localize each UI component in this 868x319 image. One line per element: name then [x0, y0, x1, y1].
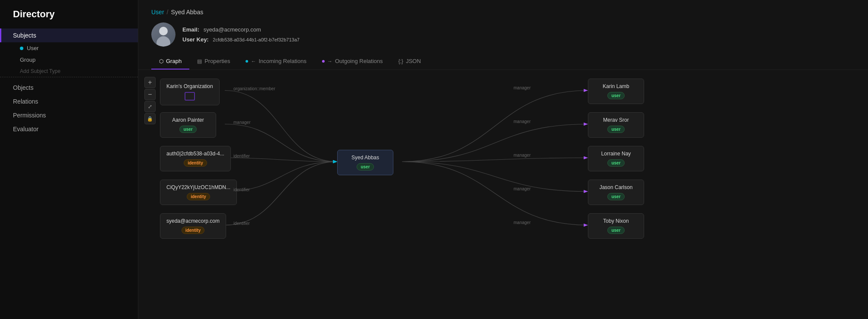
node-name-karins-org: Karin's Organization — [166, 83, 213, 89]
edge-label-out-0: manager — [514, 85, 530, 90]
node-name-toby-nixon: Toby Nixon — [594, 218, 638, 224]
node-name-auth0-id: auth0|2cfdb538-a03d-4... — [166, 151, 224, 157]
zoom-in-button[interactable]: + — [144, 77, 156, 88]
node-badge-aaron-painter: user — [179, 126, 196, 133]
properties-icon: ▤ — [197, 58, 202, 64]
zoom-lock-button[interactable]: 🔒 — [144, 113, 156, 124]
node-name-aaron-painter: Aaron Painter — [166, 117, 210, 123]
graph-node-syed-abbas[interactable]: Syed Abbasuser — [337, 150, 393, 175]
breadcrumb-separator: / — [167, 9, 169, 16]
sidebar-item-permissions[interactable]: Permissions — [0, 108, 138, 122]
tab-properties[interactable]: ▤ Properties — [189, 54, 238, 69]
graph-node-lorraine-nay[interactable]: Lorraine Nayuser — [588, 146, 644, 171]
node-name-merav-sror: Merav Sror — [594, 117, 638, 123]
node-badge-karin-lamb: user — [607, 92, 624, 99]
tab-outgoing-label: Outgoing Relations — [335, 58, 383, 64]
edge-label-in-4: identifier — [233, 221, 250, 226]
graph-node-toby-nixon[interactable]: Toby Nixonuser — [588, 213, 644, 239]
edge-label-in-0: organization::member — [233, 86, 275, 91]
sidebar-item-objects[interactable]: Objects — [0, 81, 138, 95]
email-value: syeda@acmecorp.com — [204, 26, 261, 33]
zoom-controls: + − ⤢ 🔒 — [144, 77, 156, 124]
user-email-row: Email: syeda@acmecorp.com — [182, 25, 300, 35]
sidebar-item-user[interactable]: User — [0, 42, 138, 54]
graph-node-ciqy-id[interactable]: CiQyY22kYjUzOC1hMDN...identity — [160, 180, 237, 205]
node-badge-lorraine-nay: user — [607, 159, 624, 167]
graph-node-karin-lamb[interactable]: Karin Lambuser — [588, 79, 644, 104]
sidebar-item-relations[interactable]: Relations — [0, 95, 138, 108]
node-name-syed-abbas: Syed Abbas — [344, 155, 387, 161]
tab-json[interactable]: {;} JSON — [391, 54, 429, 69]
graph-node-karins-org[interactable]: Karin's Organization — [160, 79, 220, 105]
node-name-jason-carlson: Jason Carlson — [594, 184, 638, 190]
node-name-karin-lamb: Karin Lamb — [594, 83, 638, 89]
user-info: Email: syeda@acmecorp.com User Key: 2cfd… — [151, 22, 855, 47]
node-name-lorraine-nay: Lorraine Nay — [594, 151, 638, 157]
graph-svg — [138, 70, 868, 319]
json-icon: {;} — [399, 58, 403, 64]
edge-label-out-4: manager — [514, 220, 530, 225]
graph-node-aaron-painter[interactable]: Aaron Painteruser — [160, 112, 216, 138]
key-value: 2cfdb538-a03d-44b1-a0f2-b7ef32b713a7 — [213, 37, 300, 42]
edge-label-out-2: manager — [514, 153, 530, 158]
node-name-ciqy-id: CiQyY22kYjUzOC1hMDN... — [166, 184, 230, 190]
email-label: Email: — [182, 26, 199, 33]
main-content: User / Syed Abbas Email: syeda@acmecorp.… — [138, 0, 868, 319]
incoming-dot-icon — [246, 60, 248, 63]
key-label: User Key: — [182, 36, 209, 43]
user-key-row: User Key: 2cfdb538-a03d-44b1-a0f2-b7ef32… — [182, 35, 300, 44]
sidebar-title: Directory — [0, 9, 138, 28]
tab-incoming-label: Incoming Relations — [258, 58, 306, 64]
edge-label-in-1: manager — [233, 120, 250, 125]
sidebar: Directory Subjects User Group Add Subjec… — [0, 0, 138, 319]
zoom-fit-button[interactable]: ⤢ — [144, 101, 156, 112]
breadcrumb: User / Syed Abbas — [151, 9, 855, 16]
edge-label-out-3: manager — [514, 186, 530, 191]
graph-node-merav-sror[interactable]: Merav Sroruser — [588, 112, 644, 138]
avatar — [151, 22, 176, 47]
tab-outgoing-relations[interactable]: → Outgoing Relations — [314, 54, 391, 69]
sidebar-item-group[interactable]: Group — [0, 54, 138, 66]
tab-graph-label: Graph — [166, 58, 182, 64]
sidebar-item-evaluator[interactable]: Evaluator — [0, 122, 138, 136]
node-badge-jason-carlson: user — [607, 193, 624, 200]
tab-json-label: JSON — [406, 58, 421, 64]
incoming-arrow-icon: ← — [251, 58, 256, 64]
graph-icon: ⬡ — [159, 58, 163, 64]
node-name-syeda-email: syeda@acmecorp.com — [166, 218, 220, 224]
graph-node-auth0-id[interactable]: auth0|2cfdb538-a03d-4...identity — [160, 146, 231, 171]
graph-area[interactable]: + − ⤢ 🔒 Karin's OrganizationAaron Painte… — [138, 70, 868, 319]
node-badge-syed-abbas: user — [357, 163, 373, 171]
breadcrumb-current: Syed Abbas — [171, 9, 203, 16]
avatar-image — [151, 22, 176, 47]
node-badge-merav-sror: user — [607, 126, 624, 133]
user-details: Email: syeda@acmecorp.com User Key: 2cfd… — [182, 25, 300, 45]
header: User / Syed Abbas Email: syeda@acmecorp.… — [138, 0, 868, 70]
outgoing-dot-icon — [322, 60, 325, 63]
zoom-out-button[interactable]: − — [144, 89, 156, 100]
breadcrumb-link[interactable]: User — [151, 9, 164, 16]
edge-label-out-1: manager — [514, 119, 530, 124]
node-badge-auth0-id: identity — [184, 159, 207, 167]
org-icon-karins-org — [185, 92, 195, 101]
tab-incoming-relations[interactable]: ← Incoming Relations — [238, 54, 314, 69]
node-badge-toby-nixon: user — [607, 227, 624, 234]
graph-node-syeda-email[interactable]: syeda@acmecorp.comidentity — [160, 213, 226, 239]
outgoing-arrow-icon: → — [327, 58, 332, 64]
user-dot-icon — [20, 47, 23, 50]
sidebar-item-subjects[interactable]: Subjects — [0, 28, 138, 42]
node-badge-ciqy-id: identity — [187, 193, 210, 200]
sidebar-item-add-subject-type[interactable]: Add Subject Type — [0, 66, 138, 77]
tabs: ⬡ Graph ▤ Properties ← Incoming Relation… — [151, 54, 855, 69]
node-badge-syeda-email: identity — [182, 227, 205, 234]
tab-properties-label: Properties — [204, 58, 230, 64]
graph-node-jason-carlson[interactable]: Jason Carlsonuser — [588, 180, 644, 205]
tab-graph[interactable]: ⬡ Graph — [151, 54, 189, 69]
edge-label-in-2: identifier — [233, 154, 250, 158]
